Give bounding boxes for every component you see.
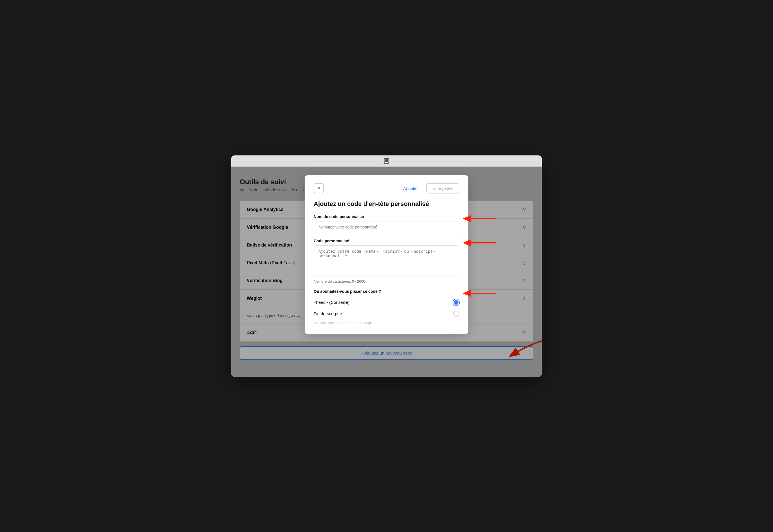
modal-close-button[interactable]: × [314,183,324,193]
name-label: Nom de code personnalisé [314,214,459,219]
save-button[interactable]: Enregistrer [426,183,459,194]
char-count: Nombre de caractères: 0 / 2000 [314,279,459,283]
modal-actions: Annuler Enregistrer [398,183,459,194]
placement-label: Où souhaitez-vous placer ce code ? [314,289,459,294]
code-form-group: Code personnalisé Nombre de caractères: … [314,239,459,283]
arrow-to-code-label [462,239,496,247]
browser-frame: Outils de suivi Ajoutez des outils de su… [231,155,542,377]
name-form-group: Nom de code personnalisé [314,214,459,233]
modal-topbar: × Annuler Enregistrer [314,183,459,194]
arrow-to-placement-label [462,289,496,298]
code-label: Code personnalisé [314,239,459,243]
modal-title: Ajoutez un code d'en-tête personnalisé [314,200,459,208]
placement-note: Ce code sera ajouté à chaque page. [314,321,459,325]
name-input[interactable] [314,221,459,233]
placement-section: Où souhaitez-vous placer ce code ? <head… [314,289,459,325]
radio-option-body[interactable]: Fin de <corps> [314,309,459,318]
arrow-to-name-label [462,214,496,223]
radio-head-label: <head> (Conseillé) [314,300,350,305]
radio-body-label: Fin de <corps> [314,311,342,316]
app-icon [384,158,389,164]
radio-head-circle[interactable] [453,299,459,305]
cancel-button[interactable]: Annuler [398,183,423,194]
radio-option-head[interactable]: <head> (Conseillé) [314,298,459,307]
radio-body-circle[interactable] [453,311,459,317]
modal-overlay: × Annuler Enregistrer Ajoutez un code d'… [231,167,542,377]
browser-titlebar [231,155,542,167]
code-textarea[interactable] [314,245,459,276]
modal-dialog: × Annuler Enregistrer Ajoutez un code d'… [305,175,468,334]
page-content: Outils de suivi Ajoutez des outils de su… [231,167,542,377]
